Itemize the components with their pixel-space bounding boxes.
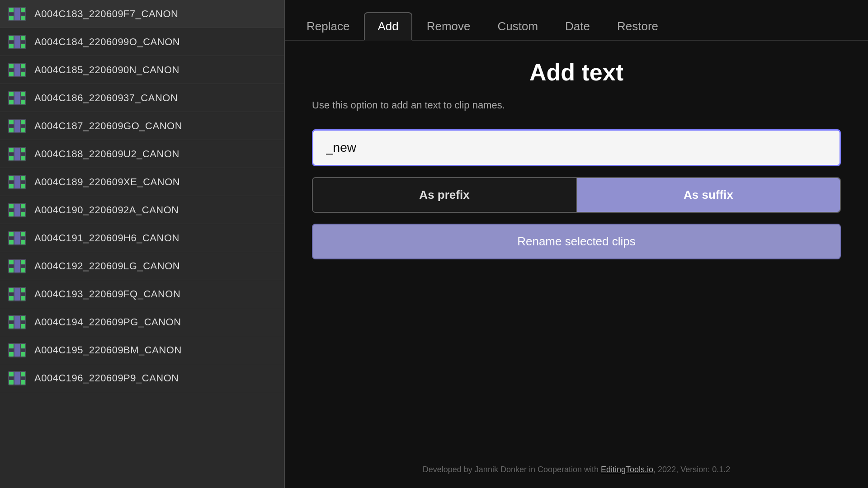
clip-name: A004C195_220609BM_CANON — [34, 344, 182, 356]
clip-icon — [7, 284, 27, 304]
svg-rect-66 — [9, 240, 14, 244]
svg-rect-53 — [14, 176, 20, 188]
clip-icon — [7, 200, 27, 220]
svg-rect-81 — [9, 288, 14, 292]
svg-rect-65 — [9, 232, 14, 236]
svg-rect-99 — [21, 344, 25, 348]
svg-rect-27 — [21, 92, 25, 96]
svg-rect-82 — [9, 296, 14, 300]
svg-rect-5 — [14, 8, 20, 20]
list-item[interactable]: A004C193_220609FQ_CANON — [0, 280, 284, 308]
svg-rect-50 — [9, 184, 14, 188]
svg-rect-84 — [21, 296, 25, 300]
svg-rect-79 — [21, 265, 25, 267]
svg-rect-54 — [9, 181, 14, 183]
svg-rect-51 — [21, 176, 25, 180]
add-text-input[interactable] — [312, 129, 841, 166]
svg-rect-29 — [14, 92, 20, 104]
svg-rect-34 — [9, 128, 14, 132]
svg-rect-46 — [9, 153, 14, 155]
right-panel: ReplaceAddRemoveCustomDateRestore Add te… — [285, 0, 868, 488]
list-item[interactable]: A004C183_220609F7_CANON — [0, 0, 284, 28]
list-item[interactable]: A004C188_220609U2_CANON — [0, 140, 284, 168]
svg-rect-20 — [21, 72, 25, 76]
clip-name: A004C189_220609XE_CANON — [34, 176, 180, 188]
list-item[interactable]: A004C192_220609LG_CANON — [0, 252, 284, 280]
svg-rect-110 — [9, 377, 14, 380]
svg-rect-19 — [21, 64, 25, 68]
svg-rect-61 — [14, 204, 20, 216]
svg-rect-35 — [21, 120, 25, 124]
list-item[interactable]: A004C196_220609P9_CANON — [0, 364, 284, 392]
prefix-button[interactable]: As prefix — [313, 178, 577, 212]
svg-rect-21 — [14, 64, 20, 76]
clip-icon — [7, 60, 27, 80]
svg-rect-23 — [21, 69, 25, 71]
svg-rect-94 — [9, 321, 14, 324]
svg-rect-93 — [14, 316, 20, 328]
list-item[interactable]: A004C185_2206090N_CANON — [0, 56, 284, 84]
clip-name: A004C188_220609U2_CANON — [34, 148, 179, 160]
svg-rect-111 — [21, 377, 25, 380]
tab-replace[interactable]: Replace — [294, 13, 362, 40]
svg-rect-85 — [14, 288, 20, 300]
list-item[interactable]: A004C186_22060937_CANON — [0, 84, 284, 112]
svg-rect-109 — [14, 372, 20, 385]
clip-name: A004C196_220609P9_CANON — [34, 372, 179, 384]
clip-icon — [7, 340, 27, 360]
list-item[interactable]: A004C189_220609XE_CANON — [0, 168, 284, 196]
tab-restore[interactable]: Restore — [604, 13, 671, 40]
svg-rect-41 — [9, 148, 14, 152]
clip-icon — [7, 116, 27, 136]
svg-rect-102 — [9, 349, 14, 352]
clip-name: A004C186_22060937_CANON — [34, 92, 178, 104]
svg-rect-95 — [21, 321, 25, 324]
tab-remove[interactable]: Remove — [414, 13, 483, 40]
list-item[interactable]: A004C184_2206099O_CANON — [0, 28, 284, 56]
svg-rect-12 — [21, 44, 25, 48]
clip-name: A004C184_2206099O_CANON — [34, 36, 180, 48]
list-item[interactable]: A004C194_220609PG_CANON — [0, 308, 284, 336]
tab-custom[interactable]: Custom — [485, 13, 551, 40]
rename-button[interactable]: Rename selected clips — [312, 224, 841, 259]
clip-name: A004C185_2206090N_CANON — [34, 64, 179, 76]
svg-rect-31 — [21, 97, 25, 99]
list-item[interactable]: A004C191_220609H6_CANON — [0, 224, 284, 252]
svg-rect-52 — [21, 184, 25, 188]
clip-icon — [7, 172, 27, 192]
footer-link[interactable]: EditingTools.io — [601, 465, 653, 474]
clip-icon — [7, 4, 27, 24]
list-item[interactable]: A004C195_220609BM_CANON — [0, 336, 284, 364]
svg-rect-36 — [21, 128, 25, 132]
svg-rect-97 — [9, 344, 14, 348]
svg-rect-33 — [9, 120, 14, 124]
svg-rect-77 — [14, 260, 20, 272]
svg-rect-75 — [21, 260, 25, 264]
svg-rect-45 — [14, 148, 20, 160]
main-content: Add text Use this option to add an text … — [285, 41, 868, 456]
svg-rect-83 — [21, 288, 25, 292]
svg-rect-90 — [9, 324, 14, 328]
list-item[interactable]: A004C187_220609GO_CANON — [0, 112, 284, 140]
tab-date[interactable]: Date — [552, 13, 603, 40]
list-item[interactable]: A004C190_2206092A_CANON — [0, 196, 284, 224]
clip-name: A004C187_220609GO_CANON — [34, 120, 182, 132]
svg-rect-10 — [9, 44, 14, 48]
svg-rect-69 — [14, 232, 20, 244]
svg-rect-28 — [21, 100, 25, 104]
svg-rect-58 — [9, 212, 14, 216]
svg-rect-3 — [21, 8, 25, 12]
svg-rect-107 — [21, 372, 25, 376]
clip-name: A004C191_220609H6_CANON — [34, 232, 179, 244]
svg-rect-9 — [9, 36, 14, 40]
svg-rect-18 — [9, 72, 14, 76]
clip-icon — [7, 228, 27, 248]
footer: Developed by Jannik Donker in Cooperatio… — [285, 456, 868, 488]
tab-add[interactable]: Add — [364, 12, 412, 41]
svg-rect-86 — [9, 293, 14, 296]
suffix-button[interactable]: As suffix — [577, 178, 840, 212]
svg-rect-78 — [9, 265, 14, 267]
tab-bar: ReplaceAddRemoveCustomDateRestore — [285, 0, 868, 41]
page-title: Add text — [312, 59, 841, 86]
svg-rect-25 — [9, 92, 14, 96]
